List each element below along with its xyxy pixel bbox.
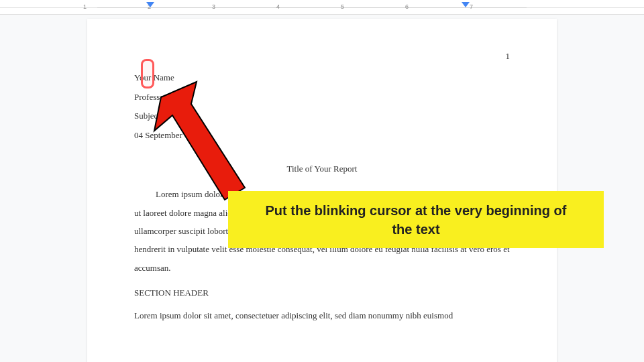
page-number: 1 bbox=[506, 51, 511, 62]
indent-marker-right-icon[interactable] bbox=[462, 2, 470, 7]
date-line[interactable]: 04 September bbox=[134, 126, 510, 145]
indent-marker-left-icon[interactable] bbox=[146, 2, 154, 7]
ruler-tick-4: 4 bbox=[276, 3, 280, 10]
horizontal-ruler[interactable]: 1 2 3 4 5 6 7 bbox=[0, 0, 644, 15]
ruler-tick-6: 6 bbox=[405, 3, 409, 10]
page-workspace: 1 Your Name Professor Name Subject 04 Se… bbox=[0, 15, 644, 362]
your-name-line[interactable]: Your Name bbox=[134, 68, 510, 88]
ruler-tick-3: 3 bbox=[212, 3, 215, 10]
header-block[interactable]: Your Name Professor Name Subject 04 Sept… bbox=[134, 68, 510, 145]
document-title[interactable]: Title of Your Report bbox=[134, 164, 510, 174]
ruler-tick-7: 7 bbox=[470, 3, 473, 10]
ruler-tick-1: 1 bbox=[83, 3, 87, 10]
ruler-tick-5: 5 bbox=[341, 3, 344, 10]
cursor-highlight-annotation bbox=[141, 59, 154, 88]
subject-line[interactable]: Subject bbox=[134, 107, 510, 126]
professor-line[interactable]: Professor Name bbox=[134, 88, 510, 107]
section-header[interactable]: SECTION HEADER bbox=[134, 288, 510, 298]
instruction-callout: Put the blinking cursor at the very begi… bbox=[228, 191, 604, 248]
document-page[interactable]: 1 Your Name Professor Name Subject 04 Se… bbox=[87, 19, 557, 362]
body-paragraph-2[interactable]: Lorem ipsum dolor sit amet, consectetuer… bbox=[134, 306, 510, 324]
